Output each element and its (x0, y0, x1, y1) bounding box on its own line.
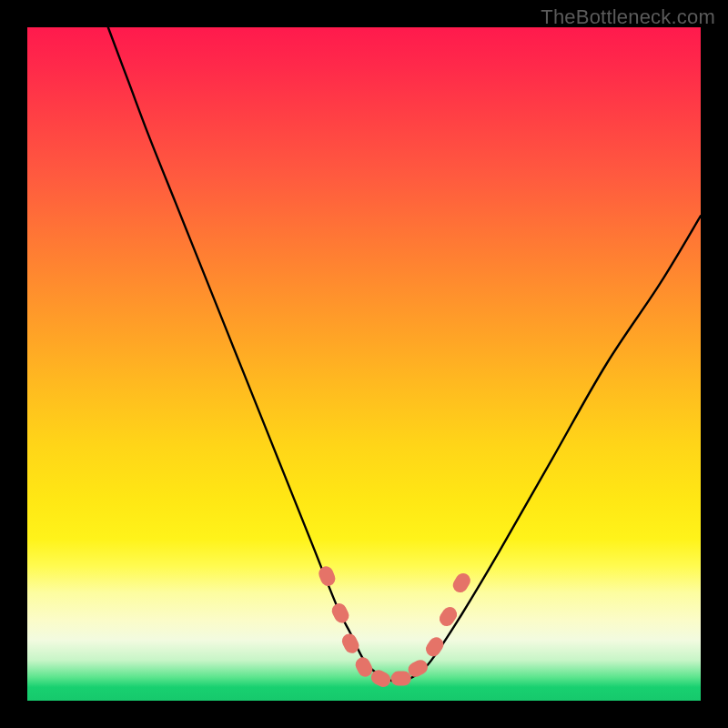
curve-marker (317, 564, 338, 588)
marker-group (317, 564, 473, 690)
bottleneck-curve (108, 27, 701, 682)
curve-svg (27, 27, 701, 701)
curve-marker (329, 601, 351, 625)
watermark-text: TheBottleneck.com (541, 5, 715, 29)
plot-area (27, 27, 701, 701)
curve-marker (423, 634, 447, 659)
curve-marker (450, 571, 473, 595)
curve-marker (391, 672, 411, 686)
curve-marker (437, 604, 460, 629)
chart-frame: TheBottleneck.com (0, 0, 728, 728)
